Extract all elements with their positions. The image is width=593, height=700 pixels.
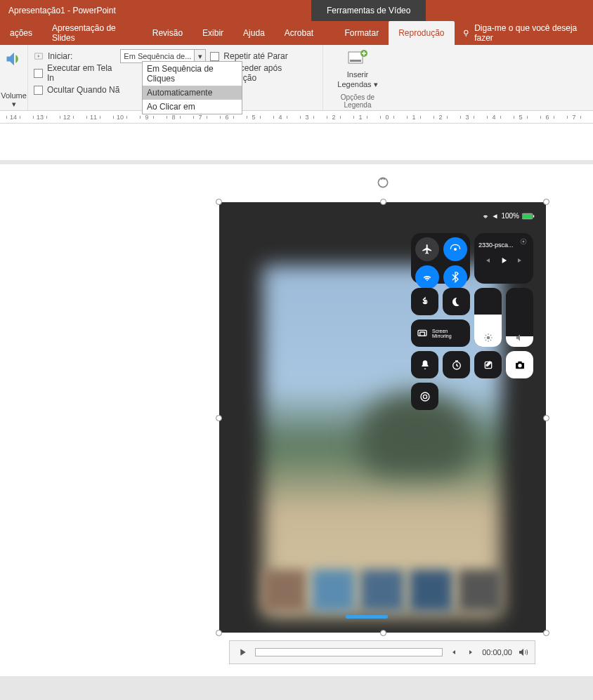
screen-mirroring-button[interactable]: ScreenMirroring (411, 319, 470, 347)
volume-label: Volume▾ (1, 91, 27, 109)
start-label: Iniciar: (48, 51, 72, 61)
next-track-icon[interactable] (516, 256, 524, 265)
tab-acrobat[interactable]: Acrobat (275, 21, 323, 45)
video-object[interactable]: ◄ 100% (219, 202, 546, 633)
volume-group: Volume▾ (0, 45, 28, 110)
battery-percent: 100% (501, 212, 519, 220)
svg-rect-7 (523, 214, 533, 218)
lightbulb-icon (462, 28, 471, 38)
loop-checkbox[interactable] (210, 52, 219, 61)
captions-group-label: Opções de Legenda (329, 92, 386, 109)
svg-rect-12 (424, 301, 426, 303)
airdrop-button[interactable] (443, 237, 467, 261)
svg-point-9 (454, 248, 457, 251)
tab-partial[interactable]: ações (0, 21, 42, 45)
horizontal-ruler: 1413121110987654321012345678 (0, 111, 593, 124)
slide-canvas[interactable]: ◄ 100% (0, 124, 593, 676)
ribbon-tabs: ações Apresentação de Slides Revisão Exi… (0, 21, 593, 45)
volume-icon[interactable] (4, 49, 24, 69)
ribbon: Volume▾ Iniciar: Em Sequência de... ▾ Re… (0, 45, 593, 111)
control-center: 2330-psca... ScreenMirroring (411, 233, 535, 414)
prev-track-icon[interactable] (483, 256, 492, 265)
play-icon[interactable] (499, 256, 509, 265)
wifi-button[interactable] (415, 265, 439, 289)
hide-label: Ocultar Quando Nã (47, 85, 119, 95)
tab-format[interactable]: Formatar (334, 21, 389, 45)
svg-point-0 (464, 30, 467, 34)
fullscreen-label: Executar em Tela In (47, 63, 118, 83)
tab-slideshow[interactable]: Apresentação de Slides (42, 21, 143, 45)
svg-rect-20 (518, 361, 521, 363)
seek-track[interactable] (255, 648, 443, 656)
battery-icon (522, 213, 535, 220)
resize-handle-br[interactable] (543, 630, 549, 636)
tab-view[interactable]: Exibir (193, 21, 233, 45)
start-icon (34, 51, 44, 61)
captions-button-label[interactable]: InserirLegendas ▾ (337, 70, 377, 89)
fullscreen-checkbox[interactable] (34, 69, 43, 78)
contextual-tab-header: Ferramentas de Vídeo (311, 0, 426, 21)
airplay-audio-icon (519, 237, 528, 246)
resize-handle-bl[interactable] (216, 630, 222, 636)
bottom-bar (0, 676, 593, 700)
timer-button[interactable] (443, 351, 470, 378)
svg-point-22 (423, 395, 426, 398)
svg-point-5 (378, 178, 387, 187)
sun-icon (483, 333, 493, 343)
svg-point-21 (421, 392, 429, 401)
camera-button[interactable] (506, 351, 533, 378)
titlebar: Apresentação1 - PowerPoint Ferramentas d… (0, 0, 593, 21)
loop-label: Repetir até Parar (223, 51, 287, 61)
start-value: Em Sequência de... (124, 52, 191, 60)
resize-handle-tr[interactable] (543, 199, 549, 205)
tell-me-search[interactable]: Diga-me o que você deseja fazer (455, 23, 593, 43)
dropdown-item-click[interactable]: Ao Clicar em (143, 100, 242, 114)
slide-edge (0, 160, 593, 164)
notes-button[interactable] (474, 351, 502, 378)
orientation-lock-button[interactable] (411, 288, 438, 315)
connectivity-panel (411, 233, 470, 284)
svg-rect-8 (533, 215, 535, 217)
tell-me-label: Diga-me o que você deseja fazer (474, 23, 586, 43)
do-not-disturb-button[interactable] (443, 288, 470, 315)
bluetooth-button[interactable] (443, 265, 467, 289)
svg-rect-14 (418, 330, 426, 336)
insert-captions-icon[interactable] (347, 49, 368, 66)
tab-review[interactable]: Revisão (143, 21, 193, 45)
video-options-group: Iniciar: Em Sequência de... ▾ Repetir at… (28, 45, 323, 110)
accessibility-button[interactable] (411, 383, 438, 410)
dropdown-item-sequence[interactable]: Em Sequência de Cliques (143, 62, 242, 86)
svg-point-19 (518, 364, 521, 367)
dropdown-item-auto[interactable]: Automaticamente (143, 86, 242, 100)
brightness-slider[interactable] (474, 288, 502, 347)
svg-point-11 (523, 241, 525, 243)
thumb-indicator (346, 615, 388, 619)
rotate-handle[interactable] (376, 176, 390, 190)
captions-group: InserirLegendas ▾ Opções de Legenda (323, 45, 392, 110)
svg-point-13 (486, 336, 490, 340)
resize-handle-tl[interactable] (216, 199, 222, 205)
mute-button[interactable] (518, 647, 529, 658)
play-button[interactable] (235, 645, 249, 659)
phone-status-bar: ◄ 100% (482, 212, 535, 220)
tab-playback[interactable]: Reprodução (389, 21, 454, 45)
step-forward-button[interactable] (465, 647, 476, 658)
speaker-icon (515, 333, 525, 343)
hide-checkbox[interactable] (34, 86, 43, 95)
notifications-button[interactable] (411, 351, 438, 378)
resize-handle-ml[interactable] (216, 415, 222, 421)
resize-handle-tm[interactable] (380, 199, 386, 205)
airplane-mode-button[interactable] (415, 237, 439, 261)
step-back-button[interactable] (448, 647, 460, 658)
tab-help[interactable]: Ajuda (233, 21, 275, 45)
resize-handle-mr[interactable] (543, 415, 549, 421)
media-panel[interactable]: 2330-psca... (474, 233, 533, 284)
resize-handle-bm[interactable] (380, 630, 386, 636)
volume-slider[interactable] (506, 288, 533, 347)
wifi-icon (482, 213, 489, 220)
playback-time: 00:00,00 (482, 648, 512, 656)
video-playbar: 00:00,00 (229, 640, 535, 664)
video-frame: ◄ 100% (219, 202, 546, 633)
svg-rect-3 (350, 60, 361, 62)
window-title: Apresentação1 - PowerPoint (0, 6, 116, 15)
